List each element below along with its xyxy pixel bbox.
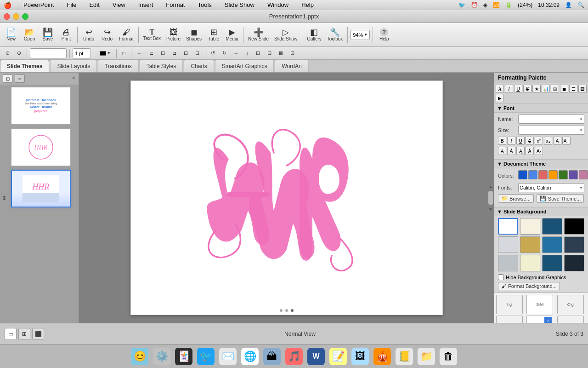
slide-canvas[interactable]: .mono-text { font-family: 'Palatino Lino… bbox=[130, 80, 443, 315]
apple-menu[interactable]: 🍎 bbox=[4, 1, 11, 9]
bg-swatch-gray[interactable] bbox=[498, 236, 518, 253]
font-grow-btn[interactable]: A+ bbox=[562, 137, 571, 145]
palette-media-btn[interactable]: ▶ bbox=[496, 94, 504, 102]
open-btn[interactable]: 📂 Open bbox=[21, 25, 38, 45]
palette-italic-btn[interactable]: I bbox=[505, 85, 513, 93]
subscript-btn[interactable]: x₂ bbox=[544, 137, 552, 145]
bg-swatch-gold[interactable] bbox=[520, 236, 540, 253]
slide-3-thumb[interactable]: HHR bbox=[11, 170, 71, 207]
charts-tab[interactable]: Charts bbox=[184, 60, 214, 72]
theme-fonts-dropdown-icon[interactable]: ▼ bbox=[579, 186, 583, 190]
slide-bg-header[interactable]: ▼ Slide Background bbox=[494, 207, 588, 216]
table-btn[interactable]: ⊞ Table bbox=[205, 25, 222, 45]
line-style-input[interactable] bbox=[30, 48, 67, 58]
print-btn[interactable]: 🖨 Print bbox=[58, 25, 74, 45]
font-color-btn[interactable]: A bbox=[553, 137, 561, 145]
arrow-left-btn[interactable]: ← bbox=[134, 48, 145, 58]
newslide-btn[interactable]: ➕ New Slide bbox=[246, 25, 271, 45]
mail-icon[interactable]: ✉️ bbox=[219, 347, 237, 366]
transitions-tab[interactable]: Transitions bbox=[98, 60, 138, 72]
format-toolbar-icon2[interactable]: ⊕ bbox=[14, 48, 24, 58]
bg-swatch-blue3[interactable] bbox=[542, 255, 562, 271]
menu-edit[interactable]: Edit bbox=[86, 0, 102, 9]
media-btn[interactable]: ▶ Media bbox=[224, 25, 240, 45]
bg-swatch-black[interactable] bbox=[564, 218, 584, 235]
palette-bullet-btn[interactable]: ☰ bbox=[569, 85, 577, 93]
redo-btn[interactable]: ↪ Redo bbox=[99, 25, 115, 45]
solitaire-icon[interactable]: 🃏 bbox=[175, 347, 193, 366]
palette-underline-btn[interactable]: U bbox=[514, 85, 522, 93]
menu-view[interactable]: View bbox=[110, 0, 128, 9]
theme-swatch-5[interactable]: ✓ S·M bbox=[526, 316, 553, 323]
bg-swatch-darkblue[interactable] bbox=[564, 236, 584, 253]
slide-2-thumb[interactable]: HHR bbox=[11, 128, 71, 166]
zoom-control[interactable]: 94% ▼ bbox=[351, 30, 370, 40]
slide-2-wrapper[interactable]: 2 HHR bbox=[0, 126, 79, 168]
toolbox-btn[interactable]: 🔧 Toolbox bbox=[325, 25, 345, 45]
slide-1-thumb[interactable]: pinterest · facebook The Pink and Green … bbox=[11, 87, 71, 125]
palette-shape-btn[interactable]: ◼ bbox=[560, 85, 568, 93]
picture-btn[interactable]: 🖼 Picture bbox=[164, 25, 182, 45]
flip-v-btn[interactable]: ↕ bbox=[243, 48, 252, 58]
bg-swatch-blue[interactable] bbox=[542, 218, 562, 235]
slideshow-btn[interactable]: ▷ Slide Show bbox=[272, 25, 299, 45]
palette-font-btn[interactable]: A bbox=[496, 85, 504, 93]
font-size-dropdown-icon[interactable]: ▼ bbox=[579, 128, 583, 132]
theme-swatch-6[interactable]: t·g bbox=[557, 316, 584, 323]
fullscreen-window-btn[interactable] bbox=[22, 13, 28, 20]
theme-color-2[interactable] bbox=[528, 170, 537, 179]
close-window-btn[interactable] bbox=[4, 13, 10, 20]
music-icon[interactable]: 🎵 bbox=[285, 347, 303, 366]
photos-icon[interactable]: 🏔 bbox=[263, 347, 281, 366]
align-center-btn[interactable]: ⊡ bbox=[158, 48, 168, 58]
bg-swatch-lightgray[interactable] bbox=[498, 255, 518, 271]
align-left-btn[interactable]: ⊏ bbox=[147, 48, 156, 58]
canvas-scroll-down-btn[interactable]: ▼ bbox=[488, 207, 493, 212]
twitter-icon[interactable]: 🐦 bbox=[197, 347, 215, 366]
word-icon[interactable]: W bbox=[307, 347, 325, 366]
font-name-wrapper[interactable]: ▼ bbox=[518, 115, 584, 124]
shapes-btn[interactable]: ◼ Shapes bbox=[184, 25, 204, 45]
save-theme-btn[interactable]: 💾 Save Theme... bbox=[537, 194, 584, 203]
chrome-icon[interactable]: 🌐 bbox=[241, 347, 259, 366]
format-toolbar-icon1[interactable]: ⊙ bbox=[3, 48, 12, 58]
finder-icon[interactable]: 😊 bbox=[130, 347, 149, 366]
theme-color-3[interactable] bbox=[538, 170, 548, 179]
table-styles-tab[interactable]: Table Styles bbox=[140, 60, 183, 72]
bg-swatch-white[interactable] bbox=[498, 218, 518, 235]
format-btn[interactable]: 🖌 Format bbox=[117, 25, 136, 45]
slide-grid-view-btn[interactable]: ⊡ bbox=[3, 75, 13, 83]
system-prefs-icon[interactable]: ⚙️ bbox=[153, 347, 171, 366]
font-name-input[interactable] bbox=[520, 116, 579, 122]
font-shrink-btn[interactable]: A- bbox=[535, 147, 543, 155]
theme-color-1[interactable] bbox=[518, 170, 527, 179]
strikethrough-btn[interactable]: S̶ bbox=[526, 137, 534, 145]
theme-swatch-4[interactable]: g·t bbox=[496, 316, 523, 323]
iphoto-icon[interactable]: 🖼 bbox=[351, 347, 369, 366]
textbox-btn[interactable]: T Text Box bbox=[141, 25, 163, 45]
slide-themes-tab[interactable]: Slide Themes bbox=[0, 60, 49, 72]
palette-chart-btn[interactable]: 📊 bbox=[542, 85, 550, 93]
canvas-scroll-thumb[interactable] bbox=[488, 191, 493, 205]
italic-btn[interactable]: I bbox=[507, 137, 515, 145]
engrave-btn[interactable]: Ä bbox=[526, 147, 534, 155]
menu-insert[interactable]: Insert bbox=[136, 0, 156, 9]
theme-swatch-3[interactable]: C·g bbox=[557, 295, 584, 314]
bg-swatch-cream[interactable] bbox=[520, 218, 540, 235]
menu-help[interactable]: Help bbox=[299, 0, 317, 9]
underline-btn[interactable]: U bbox=[516, 137, 525, 145]
line-width-input[interactable] bbox=[73, 48, 91, 58]
menu-format[interactable]: Format bbox=[163, 0, 187, 9]
minimize-window-btn[interactable] bbox=[13, 13, 19, 20]
browse-theme-btn[interactable]: 📁 Browse... bbox=[498, 194, 534, 203]
hide-bg-checkbox[interactable] bbox=[498, 274, 504, 280]
slide-layouts-tab[interactable]: Slide Layouts bbox=[50, 60, 97, 72]
stickies-icon[interactable]: 📝 bbox=[329, 347, 347, 366]
doc-theme-header[interactable]: ▼ Document Theme bbox=[494, 160, 588, 168]
normal-view-btn[interactable]: ▭ bbox=[5, 328, 17, 340]
slide-list-view-btn[interactable]: ≡ bbox=[15, 75, 25, 83]
gallery-btn[interactable]: ◧ Gallery bbox=[305, 25, 323, 45]
distribute-h-btn[interactable]: ⊟ bbox=[181, 48, 191, 58]
superscript-btn[interactable]: x² bbox=[535, 137, 543, 145]
contacts-icon[interactable]: 📒 bbox=[395, 347, 413, 366]
